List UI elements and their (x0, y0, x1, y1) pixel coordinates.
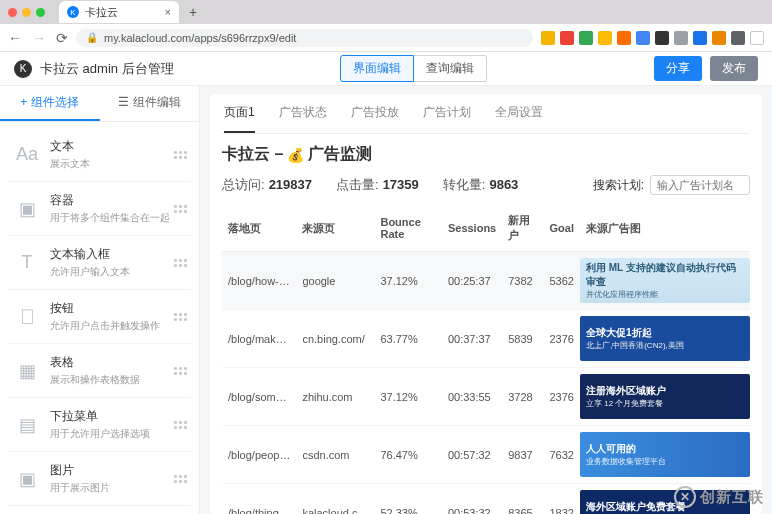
ext-icon[interactable] (655, 31, 669, 45)
component-item-container[interactable]: ▣容器用于将多个组件集合在一起 (8, 182, 191, 236)
minimize-window-icon[interactable] (22, 8, 31, 17)
component-item-text[interactable]: Aa文本展示文本 (8, 128, 191, 182)
textinput-icon: T (12, 248, 42, 278)
drag-handle-icon[interactable] (174, 151, 187, 159)
drag-handle-icon[interactable] (174, 313, 187, 321)
window-controls (8, 8, 45, 17)
ext-icon[interactable] (693, 31, 707, 45)
maximize-window-icon[interactable] (36, 8, 45, 17)
page-edit-tab[interactable]: 界面编辑 (340, 55, 414, 82)
app-logo-icon: K (14, 60, 32, 78)
extension-icons (541, 31, 764, 45)
tab-adplan[interactable]: 广告计划 (423, 94, 471, 133)
forward-icon[interactable]: → (32, 30, 46, 46)
sidebar-tab-component-select[interactable]: +组件选择 (0, 86, 100, 121)
ad-image: 注册海外区域账户立享 12 个月免费套餐 (580, 374, 750, 419)
ext-icon[interactable] (560, 31, 574, 45)
component-item-richtext[interactable]: ≡富文本编辑器允许用户编辑富文本格式的文 (8, 506, 191, 514)
sidebar-tab-component-edit[interactable]: ☰组件编辑 (100, 86, 200, 121)
ad-image: 人人可用的业务数据收集管理平台 (580, 432, 750, 477)
drag-handle-icon[interactable] (174, 421, 187, 429)
component-list: Aa文本展示文本 ▣容器用于将多个组件集合在一起 T文本输入框允许用户输入文本 … (0, 122, 199, 514)
watermark: ✕ 创新互联 (674, 486, 764, 508)
query-edit-tab[interactable]: 查询编辑 (414, 55, 487, 82)
app-title: 卡拉云 admin 后台管理 (40, 60, 174, 78)
share-button[interactable]: 分享 (654, 56, 702, 81)
button-icon: ⎕ (12, 302, 42, 332)
page-title: 卡拉云 – 💰 广告监测 (222, 144, 750, 165)
component-item-button[interactable]: ⎕按钮允许用户点击并触发操作 (8, 290, 191, 344)
ext-icon[interactable] (636, 31, 650, 45)
url-input[interactable]: 🔒 my.kalacloud.com/apps/s696rrzpx9/edit (76, 29, 533, 47)
new-tab-button[interactable]: + (185, 4, 201, 20)
ad-image: 利用 ML 支持的建议自动执行代码审查并优化应用程序性能 (580, 258, 750, 303)
search-label: 搜索计划: (593, 177, 644, 194)
sidebar: +组件选择 ☰组件编辑 Aa文本展示文本 ▣容器用于将多个组件集合在一起 T文本… (0, 86, 200, 514)
watermark-logo-icon: ✕ (674, 486, 696, 508)
ext-icon[interactable] (712, 31, 726, 45)
reload-icon[interactable]: ⟳ (56, 30, 68, 46)
drag-handle-icon[interactable] (174, 367, 187, 375)
publish-button[interactable]: 发布 (710, 56, 758, 81)
component-item-dropdown[interactable]: ▤下拉菜单用于允许用户选择选项 (8, 398, 191, 452)
tab-page1[interactable]: 页面1 (224, 94, 255, 133)
component-item-table[interactable]: ▦表格展示和操作表格数据 (8, 344, 191, 398)
table-row[interactable]: /blog/how-…google37.12%00:25:3773825362利… (222, 252, 750, 310)
search-plan-input[interactable] (650, 175, 750, 195)
address-bar: ← → ⟳ 🔒 my.kalacloud.com/apps/s696rrzpx9… (0, 24, 772, 52)
tab-adstatus[interactable]: 广告状态 (279, 94, 327, 133)
lock-icon: 🔒 (86, 32, 98, 43)
container-icon: ▣ (12, 194, 42, 224)
tab-addelivery[interactable]: 广告投放 (351, 94, 399, 133)
browser-tab[interactable]: K 卡拉云 × (59, 1, 179, 23)
url-text: my.kalacloud.com/apps/s696rrzpx9/edit (104, 32, 296, 44)
table-row[interactable]: /blog/mak…cn.bing.com/63.77%00:37:375839… (222, 310, 750, 368)
drag-handle-icon[interactable] (174, 475, 187, 483)
ext-icon[interactable] (750, 31, 764, 45)
data-table: 落地页 来源页 Bounce Rate Sessions 新用户 Goal 来源… (222, 205, 750, 514)
moneybag-icon: 💰 (287, 147, 304, 163)
close-window-icon[interactable] (8, 8, 17, 17)
text-icon: Aa (12, 140, 42, 170)
table-icon: ▦ (12, 356, 42, 386)
canvas-tabs: 页面1 广告状态 广告投放 广告计划 全局设置 (222, 94, 750, 134)
image-icon: ▣ (12, 464, 42, 494)
table-row[interactable]: /blog/peop…csdn.com76.47%00:57:329837763… (222, 426, 750, 484)
back-icon[interactable]: ← (8, 30, 22, 46)
tab-close-icon[interactable]: × (165, 6, 171, 18)
table-row[interactable]: /blog/som…zhihu.com37.12%00:33:553728237… (222, 368, 750, 426)
table-row[interactable]: /blog/thing…kalacloud.c…52.33%00:53:3283… (222, 484, 750, 515)
drag-handle-icon[interactable] (174, 205, 187, 213)
browser-tab-bar: K 卡拉云 × + (0, 0, 772, 24)
drag-handle-icon[interactable] (174, 259, 187, 267)
tab-favicon-icon: K (67, 6, 79, 18)
stats-row: 总访问:219837 点击量:17359 转化量:9863 搜索计划: (222, 175, 750, 195)
component-item-textinput[interactable]: T文本输入框允许用户输入文本 (8, 236, 191, 290)
app-header: K 卡拉云 admin 后台管理 界面编辑 查询编辑 分享 发布 (0, 52, 772, 86)
ext-icon[interactable] (541, 31, 555, 45)
tab-title: 卡拉云 (85, 5, 118, 20)
ext-icon[interactable] (598, 31, 612, 45)
browser-chrome: K 卡拉云 × + ← → ⟳ 🔒 my.kalacloud.com/apps/… (0, 0, 772, 52)
ad-image: 全球大促1折起北上广,中国香港(CN2),美国 (580, 316, 750, 361)
ext-icon[interactable] (579, 31, 593, 45)
ext-icon[interactable] (617, 31, 631, 45)
ext-icon[interactable] (731, 31, 745, 45)
ext-icon[interactable] (674, 31, 688, 45)
component-item-image[interactable]: ▣图片用于展示图片 (8, 452, 191, 506)
canvas-area: 页面1 广告状态 广告投放 广告计划 全局设置 卡拉云 – 💰 广告监测 总访问… (200, 86, 772, 514)
tab-global[interactable]: 全局设置 (495, 94, 543, 133)
dropdown-icon: ▤ (12, 410, 42, 440)
